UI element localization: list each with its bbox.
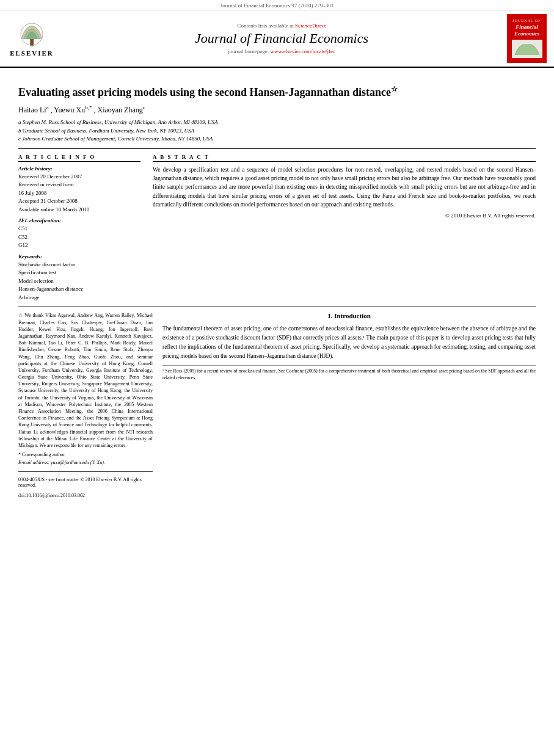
main-content: Evaluating asset pricing models using th… [0,68,554,504]
article-info-heading: A R T I C L E I N F O [18,154,140,162]
abstract-heading: A B S T R A C T [153,154,536,162]
homepage-link[interactable]: www.elsevier.com/locate/jfec [271,48,335,54]
affiliation-a: a Stephen M. Ross School of Business, Un… [18,118,536,127]
svg-rect-2 [31,39,33,45]
section-title: 1. Introduction [162,312,536,319]
intro-footnote-1: ¹ See Ross (2005) for a recent review of… [162,365,536,381]
revised-label: Received in revised form [18,181,140,189]
authors-line: Haitao Lia , Yuewu Xub,* , Xiaoyan Zhang… [18,104,536,115]
header-divider [18,148,536,149]
title-star: ☆ [391,85,398,93]
content-divider [18,307,536,307]
email-note: E-mail address: yuxu@fordham.edu (Y. Xu)… [18,460,153,465]
author2-sup: b,* [85,104,92,111]
available-date: Available online 10 March 2010 [18,206,140,214]
elsevier-logo: ELSEVIER [7,21,56,57]
journal-center: Contents lists available at ScienceDirec… [56,23,507,54]
history-label: Article history: [18,165,140,172]
paper-title: Evaluating asset pricing models using th… [18,85,536,100]
doi-text: doi:10.1016/j.jfineco.2010.03.002 [18,493,153,498]
contents-line: Contents lists available at ScienceDirec… [56,23,507,29]
intro-body: 1. Introduction The fundamental theorem … [162,312,536,498]
keywords-list: Stochastic discount factor Specification… [18,261,140,302]
journal-homepage: journal homepage: www.elsevier.com/locat… [56,48,507,54]
received-date: Received 20 December 2007 [18,173,140,181]
accepted-date: Accepted 31 October 2008 [18,197,140,206]
abstract-text: We develop a specification test and a se… [153,165,536,209]
affiliation-b: b Graduate School of Business, Fordham U… [18,127,536,136]
affiliation-c: c Johnson Graduate School of Management,… [18,135,536,144]
jel-codes: C51 C52 G12 [18,225,140,250]
article-info-abstract-section: A R T I C L E I N F O Article history: R… [18,154,536,302]
affiliations: a Stephen M. Ross School of Business, Un… [18,118,536,144]
author2-name: , Yuewu Xu [51,106,86,114]
journal-reference: Journal of Financial Economics 97 (2010)… [221,2,333,9]
jel-label: JEL classification: [18,217,140,224]
author3-name: , Xiaoyan Zhang [93,106,142,114]
email-address: yuxu@fordham.edu (Y. Xu). [51,460,105,465]
elsevier-tree-icon [15,21,49,48]
copyright-notice: © 2010 Elsevier B.V. All rights reserved… [153,213,536,219]
top-bar: Journal of Financial Economics 97 (2010)… [0,0,554,10]
issn-text: 0304-405X/$ - see front matter © 2010 El… [18,477,153,488]
author1-name: Haitao Li [18,106,46,114]
sciencedirect-link[interactable]: ScienceDirect [295,23,326,29]
revised-date: 16 July 2008 [18,189,140,198]
abstract-column: A B S T R A C T We develop a specificati… [153,154,536,302]
intro-left-footnotes: ☆ We thank Vikas Agarwal, Andrew Ang, Wa… [18,312,153,498]
intro-para-1: The fundamental theorem of asset pricing… [162,324,536,360]
article-info-column: A R T I C L E I N F O Article history: R… [18,154,140,302]
author1-sup: a [46,104,49,111]
keywords-label: Keywords: [18,253,140,260]
star-footnote-text: ☆ We thank Vikas Agarwal, Andrew Ang, Wa… [18,312,153,449]
author3-sup: c [143,104,145,111]
journal-cover-image: JOURNAL OF Financial Economics [507,14,547,63]
issn-divider [18,471,153,472]
journal-header: ELSEVIER Contents lists available at Sci… [0,10,554,68]
introduction-section: ☆ We thank Vikas Agarwal, Andrew Ang, Wa… [18,312,536,498]
journal-title: Journal of Financial Economics [56,31,507,46]
corresponding-note: * Corresponding author. [18,451,153,458]
elsevier-wordmark: ELSEVIER [10,49,54,57]
intro-text: The fundamental theorem of asset pricing… [162,324,536,360]
